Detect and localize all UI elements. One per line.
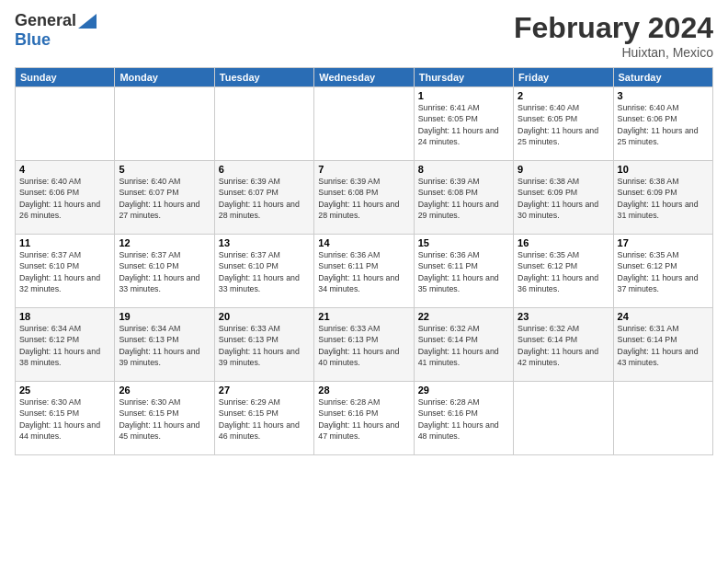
day-cell [16,87,115,161]
day-info: Sunrise: 6:41 AMSunset: 6:05 PMDaylight:… [418,102,509,147]
day-number: 14 [318,237,409,248]
logo-icon [78,14,97,29]
day-number: 3 [618,90,709,101]
day-cell [115,87,214,161]
title-block: February 2024 Huixtan, Mexico [514,11,713,60]
day-info: Sunrise: 6:31 AMSunset: 6:14 PMDaylight:… [618,323,709,368]
day-cell: 7Sunrise: 6:39 AMSunset: 6:08 PMDaylight… [314,161,414,235]
day-number: 18 [19,311,110,322]
day-info: Sunrise: 6:30 AMSunset: 6:15 PMDaylight:… [119,396,210,442]
day-info: Sunrise: 6:40 AMSunset: 6:07 PMDaylight:… [119,176,210,221]
day-info: Sunrise: 6:33 AMSunset: 6:13 PMDaylight:… [318,323,409,368]
day-number: 15 [418,237,509,248]
day-cell [613,382,712,455]
day-info: Sunrise: 6:28 AMSunset: 6:16 PMDaylight:… [418,396,509,442]
day-number: 23 [518,311,609,322]
day-number: 28 [318,385,409,396]
day-number: 8 [418,164,509,175]
week-row-3: 11Sunrise: 6:37 AMSunset: 6:10 PMDayligh… [16,235,713,308]
header-cell-saturday: Saturday [613,68,712,87]
day-info: Sunrise: 6:37 AMSunset: 6:10 PMDaylight:… [219,249,310,294]
day-cell: 26Sunrise: 6:30 AMSunset: 6:15 PMDayligh… [115,382,214,455]
day-number: 17 [618,237,709,248]
day-cell: 2Sunrise: 6:40 AMSunset: 6:05 PMDaylight… [514,87,613,161]
day-number: 24 [618,311,709,322]
day-number: 16 [518,237,609,248]
day-number: 6 [219,164,310,175]
day-cell: 23Sunrise: 6:32 AMSunset: 6:14 PMDayligh… [514,308,613,382]
day-info: Sunrise: 6:33 AMSunset: 6:13 PMDaylight:… [219,323,310,368]
month-title: February 2024 [514,11,713,45]
day-info: Sunrise: 6:32 AMSunset: 6:14 PMDaylight:… [418,323,509,368]
day-cell [314,87,414,161]
day-cell: 10Sunrise: 6:38 AMSunset: 6:09 PMDayligh… [613,161,712,235]
day-info: Sunrise: 6:38 AMSunset: 6:09 PMDaylight:… [618,176,709,221]
day-info: Sunrise: 6:39 AMSunset: 6:08 PMDaylight:… [318,176,409,221]
week-row-1: 1Sunrise: 6:41 AMSunset: 6:05 PMDaylight… [16,87,713,161]
week-row-2: 4Sunrise: 6:40 AMSunset: 6:06 PMDaylight… [16,161,713,235]
week-row-5: 25Sunrise: 6:30 AMSunset: 6:15 PMDayligh… [16,382,713,455]
day-cell: 24Sunrise: 6:31 AMSunset: 6:14 PMDayligh… [613,308,712,382]
day-number: 13 [219,237,310,248]
day-cell: 21Sunrise: 6:33 AMSunset: 6:13 PMDayligh… [314,308,414,382]
day-cell: 19Sunrise: 6:34 AMSunset: 6:13 PMDayligh… [115,308,214,382]
day-number: 12 [119,237,210,248]
day-number: 19 [119,311,210,322]
day-number: 5 [119,164,210,175]
day-cell: 6Sunrise: 6:39 AMSunset: 6:07 PMDaylight… [214,161,313,235]
day-info: Sunrise: 6:39 AMSunset: 6:07 PMDaylight:… [219,176,310,221]
day-info: Sunrise: 6:34 AMSunset: 6:12 PMDaylight:… [19,323,110,368]
day-cell: 11Sunrise: 6:37 AMSunset: 6:10 PMDayligh… [16,235,115,308]
day-info: Sunrise: 6:38 AMSunset: 6:09 PMDaylight:… [518,176,609,221]
day-cell: 25Sunrise: 6:30 AMSunset: 6:15 PMDayligh… [16,382,115,455]
header: General Blue February 2024 Huixtan, Mexi… [15,11,713,60]
logo-general: General [15,11,76,30]
logo-blue-text: Blue [15,30,51,49]
day-info: Sunrise: 6:36 AMSunset: 6:11 PMDaylight:… [318,249,409,294]
day-cell: 20Sunrise: 6:33 AMSunset: 6:13 PMDayligh… [214,308,313,382]
day-cell: 3Sunrise: 6:40 AMSunset: 6:06 PMDaylight… [613,87,712,161]
day-info: Sunrise: 6:34 AMSunset: 6:13 PMDaylight:… [119,323,210,368]
day-info: Sunrise: 6:36 AMSunset: 6:11 PMDaylight:… [418,249,509,294]
day-info: Sunrise: 6:28 AMSunset: 6:16 PMDaylight:… [318,396,409,442]
svg-marker-0 [78,14,97,29]
day-cell [514,382,613,455]
day-cell: 17Sunrise: 6:35 AMSunset: 6:12 PMDayligh… [613,235,712,308]
day-number: 11 [19,237,110,248]
day-cell: 28Sunrise: 6:28 AMSunset: 6:16 PMDayligh… [314,382,414,455]
day-number: 25 [19,385,110,396]
header-cell-monday: Monday [115,68,214,87]
day-number: 7 [318,164,409,175]
day-cell: 18Sunrise: 6:34 AMSunset: 6:12 PMDayligh… [16,308,115,382]
day-cell: 1Sunrise: 6:41 AMSunset: 6:05 PMDaylight… [414,87,513,161]
day-info: Sunrise: 6:37 AMSunset: 6:10 PMDaylight:… [19,249,110,294]
day-number: 26 [119,385,210,396]
header-cell-tuesday: Tuesday [214,68,313,87]
day-number: 9 [518,164,609,175]
day-info: Sunrise: 6:40 AMSunset: 6:06 PMDaylight:… [618,102,709,147]
day-number: 2 [518,90,609,101]
header-cell-wednesday: Wednesday [314,68,414,87]
day-cell: 14Sunrise: 6:36 AMSunset: 6:11 PMDayligh… [314,235,414,308]
day-cell: 22Sunrise: 6:32 AMSunset: 6:14 PMDayligh… [414,308,513,382]
location: Huixtan, Mexico [514,45,713,60]
day-number: 1 [418,90,509,101]
day-cell: 8Sunrise: 6:39 AMSunset: 6:08 PMDaylight… [414,161,513,235]
day-info: Sunrise: 6:29 AMSunset: 6:15 PMDaylight:… [219,396,310,442]
day-cell: 16Sunrise: 6:35 AMSunset: 6:12 PMDayligh… [514,235,613,308]
header-row: SundayMondayTuesdayWednesdayThursdayFrid… [16,68,713,87]
day-cell [214,87,313,161]
page: General Blue February 2024 Huixtan, Mexi… [0,0,728,563]
day-number: 4 [19,164,110,175]
day-info: Sunrise: 6:32 AMSunset: 6:14 PMDaylight:… [518,323,609,368]
day-number: 10 [618,164,709,175]
day-number: 27 [219,385,310,396]
day-number: 20 [219,311,310,322]
day-info: Sunrise: 6:39 AMSunset: 6:08 PMDaylight:… [418,176,509,221]
logo-text: General [15,11,97,30]
day-cell: 27Sunrise: 6:29 AMSunset: 6:15 PMDayligh… [214,382,313,455]
day-cell: 9Sunrise: 6:38 AMSunset: 6:09 PMDaylight… [514,161,613,235]
day-info: Sunrise: 6:40 AMSunset: 6:06 PMDaylight:… [19,176,110,221]
day-cell: 5Sunrise: 6:40 AMSunset: 6:07 PMDaylight… [115,161,214,235]
day-info: Sunrise: 6:30 AMSunset: 6:15 PMDaylight:… [19,396,110,442]
